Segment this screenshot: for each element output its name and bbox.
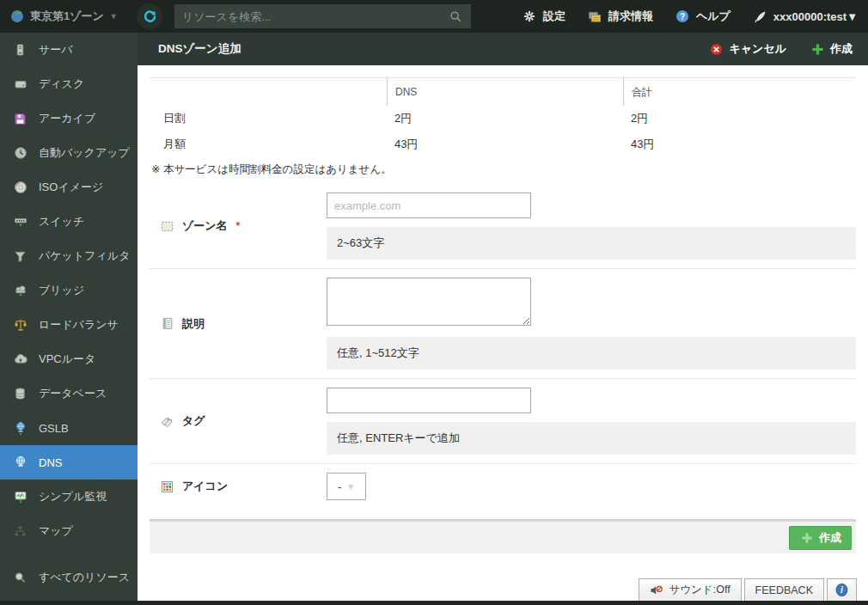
page-header: DNSゾーン追加 キャンセル 作成: [138, 33, 868, 65]
sidebar-item-vpc-router[interactable]: VPCルータ: [0, 342, 138, 376]
zone-selector-label: 東京第1ゾーン: [30, 9, 104, 24]
info-button[interactable]: i: [827, 578, 857, 602]
sidebar-item-server[interactable]: サーバ: [0, 33, 138, 67]
main-content: DNS 合計 日割 2円 2円 月額 43円 43円 ※ 本サービスは時間割料金…: [138, 65, 868, 601]
sound-label: サウンド:Off: [669, 583, 730, 597]
sidebar-item-packet-filter[interactable]: パケットフィルタ: [0, 239, 138, 273]
pricing-col-dns: DNS: [387, 78, 623, 106]
form-row-icon: アイコン - ▼: [150, 464, 856, 509]
bridge-icon: [13, 284, 28, 298]
pricing-note: ※ 本サービスは時間割料金の設定はありません。: [151, 162, 856, 177]
all-resources-icon: [13, 571, 28, 585]
dns-icon: [13, 455, 28, 470]
refresh-button[interactable]: [137, 3, 162, 29]
sidebar-item-label: ロードバランサ: [39, 317, 119, 333]
feedback-button[interactable]: FEEDBACK: [744, 578, 824, 602]
cancel-icon: [709, 42, 724, 57]
sidebar-item-disk[interactable]: ディスク: [0, 67, 138, 101]
topbar-menu: 設定 請求情報 ? ヘルプ xxx00000:test▼: [500, 9, 868, 24]
sidebar-item-iso-image[interactable]: ISOイメージ: [0, 170, 138, 205]
chevron-down-icon: ▼: [110, 12, 118, 21]
sidebar-item-archive[interactable]: アーカイブ: [0, 101, 138, 136]
sidebar-item-label: ブリッジ: [39, 283, 84, 298]
pricing-row-daily: 日割 2円 2円: [150, 106, 856, 131]
pricing-table: DNS 合計 日割 2円 2円 月額 43円 43円: [150, 77, 856, 157]
sidebar-item-label: すべてのリソース: [39, 570, 130, 585]
chevron-down-icon: ▼: [346, 482, 355, 492]
sidebar-item-all-resources[interactable]: すべてのリソース: [0, 560, 138, 595]
pricing-col-total: 合計: [623, 78, 856, 106]
load-balancer-icon: [13, 318, 28, 333]
billing-menu-item[interactable]: 請求情報: [588, 9, 653, 24]
tags-input[interactable]: [327, 388, 531, 413]
sidebar-item-auto-backup[interactable]: 自動バックアップ: [0, 136, 138, 170]
refresh-icon: [143, 9, 157, 24]
create-button-bottom[interactable]: 作成: [789, 526, 852, 550]
sidebar-item-load-balancer[interactable]: ロードバランサ: [0, 308, 138, 342]
svg-text:?: ?: [680, 12, 685, 21]
info-icon: i: [834, 583, 849, 597]
icon-grid-icon: [160, 480, 174, 494]
account-label: xxx00000:test▼: [773, 10, 858, 23]
sidebar-item-label: サーバ: [39, 42, 73, 58]
sidebar-item-gslb[interactable]: GSLB: [0, 411, 138, 445]
zone-icon: [160, 219, 174, 234]
sidebar-item-database[interactable]: データベース: [0, 376, 138, 411]
account-menu-item[interactable]: xxx00000:test▼: [753, 9, 858, 24]
cancel-button[interactable]: キャンセル: [709, 41, 786, 57]
sidebar-item-dns[interactable]: DNS: [0, 445, 138, 480]
sidebar-item-label: パケットフィルタ: [39, 248, 130, 264]
simple-monitor-icon: [13, 490, 28, 504]
create-button-header[interactable]: 作成: [810, 41, 853, 57]
pricing-monthly-total: 43円: [623, 131, 856, 157]
iso-image-icon: [13, 180, 28, 195]
gslb-icon: [13, 421, 28, 436]
auto-backup-icon: [13, 146, 28, 161]
settings-menu-item[interactable]: 設定: [523, 9, 565, 24]
sidebar-item-simple-monitor[interactable]: シンプル監視: [0, 480, 138, 514]
cancel-label: キャンセル: [729, 41, 786, 57]
sidebar-item-label: ディスク: [39, 76, 84, 92]
pricing-daily-total: 2円: [623, 106, 856, 131]
quill-icon: [753, 9, 767, 24]
sidebar-item-label: データベース: [39, 386, 107, 401]
vpc-router-icon: [13, 352, 28, 367]
page-title: DNSゾーン追加: [138, 41, 241, 57]
note-icon: [160, 316, 174, 331]
feedback-label: FEEDBACK: [755, 584, 813, 596]
search-icon: [449, 9, 463, 24]
packet-filter-icon: [13, 249, 28, 264]
resource-search: [174, 4, 471, 28]
globe-icon: [9, 9, 24, 24]
tags-hint: 任意, ENTERキーで追加: [327, 422, 856, 455]
zone-name-input[interactable]: [327, 192, 531, 218]
zone-selector[interactable]: 東京第1ゾーン ▼: [0, 9, 126, 24]
help-icon: ?: [675, 9, 690, 24]
footer-utility-bar: サウンド:Off FEEDBACK i: [639, 578, 857, 602]
help-menu-item[interactable]: ? ヘルプ: [675, 9, 730, 24]
sidebar-item-label: GSLB: [39, 422, 69, 435]
search-input[interactable]: [182, 10, 449, 23]
zone-name-label: ゾーン名*: [150, 192, 327, 260]
disk-icon: [13, 77, 28, 92]
sidebar-item-label: 自動バックアップ: [39, 145, 130, 161]
sound-toggle-button[interactable]: サウンド:Off: [639, 578, 742, 602]
icon-select-dropdown[interactable]: - ▼: [327, 473, 366, 500]
sidebar-item-switch[interactable]: スイッチ: [0, 205, 138, 239]
bottom-edge-strip: [0, 601, 868, 605]
create-label: 作成: [819, 530, 841, 546]
form-action-bar: 作成: [150, 519, 856, 553]
billing-icon: [588, 9, 602, 24]
icon-select-value: -: [338, 480, 341, 493]
sidebar-item-map[interactable]: マップ: [0, 514, 138, 548]
description-textarea[interactable]: [327, 278, 531, 326]
form-row-tags: タグ 任意, ENTERキーで追加: [150, 379, 856, 464]
sidebar-item-bridge[interactable]: ブリッジ: [0, 273, 138, 308]
server-icon: [13, 43, 28, 58]
sidebar-item-label: ISOイメージ: [39, 180, 103, 195]
required-asterisk: *: [236, 220, 241, 232]
icon-label: アイコン: [150, 473, 327, 500]
help-label: ヘルプ: [696, 9, 730, 24]
description-label: 説明: [150, 278, 327, 370]
pricing-monthly-dns: 43円: [387, 131, 623, 157]
